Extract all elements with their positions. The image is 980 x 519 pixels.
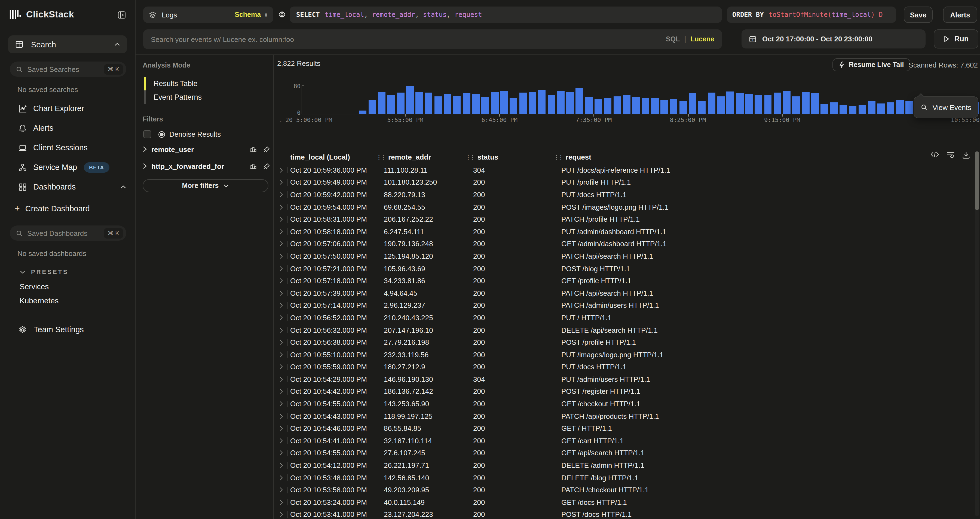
expand-row-chevron-icon[interactable] [279, 216, 290, 223]
histogram-bar[interactable] [727, 91, 734, 114]
sidebar-item-chart-explorer[interactable]: Chart Explorer [0, 99, 135, 118]
sidebar-item-search[interactable]: Search [8, 35, 127, 53]
table-row[interactable]: Oct 20 10:56:32.000 PM207.147.196.10200D… [279, 324, 980, 336]
column-header-remote_addr[interactable]: ⋮⋮remote_addr [384, 153, 473, 161]
events-histogram[interactable]: 80 0 Oct 20 5:00:00 PM5:55:00 PM6:45:00 … [280, 82, 980, 123]
select-clause-field[interactable]: SELECT time_local, remote_addr, status, … [290, 6, 722, 23]
expand-row-chevron-icon[interactable] [279, 339, 290, 345]
sidebar-item-alerts[interactable]: Alerts [0, 118, 135, 138]
histogram-bar[interactable] [519, 92, 527, 114]
table-row[interactable]: Oct 20 10:58:18.000 PM6.247.54.111200PUT… [279, 226, 980, 238]
expand-row-chevron-icon[interactable] [279, 450, 290, 456]
run-button[interactable]: Run [934, 29, 978, 48]
expand-row-chevron-icon[interactable] [279, 487, 290, 493]
histogram-bar[interactable] [774, 92, 781, 114]
table-row[interactable]: Oct 20 10:54:55.000 PM143.253.65.90200GE… [279, 398, 980, 410]
histogram-bar[interactable] [368, 100, 376, 114]
table-row[interactable]: Oct 20 10:57:06.000 PM190.79.136.248200G… [279, 238, 980, 250]
table-row[interactable]: Oct 20 10:59:36.000 PM111.100.28.11304PU… [279, 164, 980, 176]
histogram-bar[interactable] [529, 92, 536, 114]
analysis-mode-event-patterns[interactable]: Event Patterns [144, 91, 273, 104]
table-row[interactable]: Oct 20 10:54:42.000 PM186.136.72.142200P… [279, 385, 980, 398]
histogram-bar[interactable] [755, 95, 762, 114]
drag-handle-icon[interactable]: ⋮⋮ [376, 154, 385, 160]
histogram-bar[interactable] [792, 96, 800, 114]
table-row[interactable]: Oct 20 10:57:50.000 PM125.194.85.120200P… [279, 250, 980, 262]
histogram-bar[interactable] [378, 92, 385, 114]
histogram-bar[interactable] [623, 95, 630, 114]
histogram-bar[interactable] [397, 92, 404, 114]
expand-row-chevron-icon[interactable] [279, 253, 290, 260]
histogram-bar[interactable] [482, 97, 489, 114]
histogram-bar[interactable] [595, 99, 602, 114]
sidebar-item-dashboards[interactable]: Dashboards [0, 177, 135, 197]
column-header-status[interactable]: ⋮⋮status [473, 153, 561, 161]
expand-row-chevron-icon[interactable] [279, 376, 290, 382]
histogram-bar[interactable] [576, 88, 583, 114]
expand-row-chevron-icon[interactable] [279, 228, 290, 235]
histogram-bar[interactable] [811, 93, 819, 114]
histogram-bar[interactable] [821, 104, 828, 114]
histogram-bar[interactable] [425, 92, 433, 114]
histogram-bar[interactable] [491, 92, 498, 114]
histogram-bar[interactable] [642, 98, 649, 114]
wrap-lines-icon[interactable] [946, 151, 955, 159]
field-pin-icon[interactable] [263, 146, 270, 153]
table-row[interactable]: Oct 20 10:56:52.000 PM210.240.43.225200P… [279, 312, 980, 324]
table-row[interactable]: Oct 20 10:55:10.000 PM232.33.119.56200PU… [279, 349, 980, 361]
histogram-bar[interactable] [651, 98, 659, 114]
code-view-icon[interactable] [931, 151, 939, 159]
preset-item-kubernetes[interactable]: Kubernetes [0, 293, 135, 308]
alerts-button[interactable]: Alerts [943, 6, 977, 23]
expand-row-chevron-icon[interactable] [279, 462, 290, 469]
table-row[interactable]: Oct 20 10:59:54.000 PM69.68.254.55200POS… [279, 201, 980, 213]
histogram-bar[interactable] [434, 96, 442, 114]
histogram-bar[interactable] [613, 96, 621, 114]
expand-row-chevron-icon[interactable] [279, 277, 290, 284]
source-settings-gear-icon[interactable] [278, 10, 286, 19]
table-row[interactable]: Oct 20 10:54:43.000 PM118.99.197.125200P… [279, 410, 980, 422]
histogram-bar[interactable] [453, 96, 461, 114]
scrollbar-thumb[interactable] [975, 151, 979, 210]
expand-row-chevron-icon[interactable] [279, 265, 290, 272]
histogram-bar[interactable] [905, 102, 913, 114]
histogram-bar[interactable] [632, 97, 640, 114]
expand-row-chevron-icon[interactable] [279, 179, 290, 186]
table-row[interactable]: Oct 20 10:57:39.000 PM4.94.64.45200PATCH… [279, 287, 980, 299]
table-row[interactable]: Oct 20 10:57:21.000 PM105.96.43.69200POS… [279, 263, 980, 275]
histogram-bar[interactable] [717, 96, 725, 114]
histogram-bar[interactable] [745, 94, 753, 114]
table-row[interactable]: Oct 20 10:54:46.000 PM86.55.84.85200GET … [279, 422, 980, 435]
histogram-bar[interactable] [547, 95, 555, 114]
expand-row-chevron-icon[interactable] [279, 511, 290, 518]
expand-row-chevron-icon[interactable] [279, 388, 290, 395]
download-icon[interactable] [962, 151, 970, 159]
histogram-bar[interactable] [679, 101, 687, 114]
schema-mode-label[interactable]: Schema [235, 11, 261, 19]
table-row[interactable]: Oct 20 10:58:31.000 PM206.167.252.22200P… [279, 213, 980, 226]
denoise-checkbox[interactable] [143, 130, 151, 139]
table-row[interactable]: Oct 20 10:54:29.000 PM146.96.190.130304P… [279, 373, 980, 385]
table-row[interactable]: Oct 20 10:54:41.000 PM32.187.110.114200G… [279, 435, 980, 447]
histogram-bar[interactable] [585, 97, 593, 114]
denoise-results-toggle[interactable]: Denoise Results [143, 130, 273, 139]
expand-row-chevron-icon[interactable] [279, 167, 290, 174]
histogram-bar[interactable] [698, 101, 706, 114]
histogram-bar[interactable] [500, 91, 508, 114]
expand-row-chevron-icon[interactable] [279, 351, 290, 358]
column-header-request[interactable]: ⋮⋮request [561, 153, 964, 161]
expand-row-chevron-icon[interactable] [279, 474, 290, 481]
collapse-sidebar-icon[interactable] [117, 10, 126, 19]
saved-searches-input[interactable] [27, 65, 104, 73]
table-row[interactable]: Oct 20 10:55:59.000 PM180.27.212.9200PUT… [279, 361, 980, 373]
histogram-bar[interactable] [416, 92, 423, 114]
presets-header[interactable]: PRESETS [20, 269, 135, 275]
lucene-toggle[interactable]: Lucene [690, 35, 714, 43]
expand-row-chevron-icon[interactable] [279, 327, 290, 333]
histogram-bar[interactable] [830, 102, 838, 114]
histogram-bar[interactable] [849, 106, 857, 114]
histogram-bar[interactable] [858, 105, 866, 114]
histogram-bar[interactable] [463, 93, 470, 114]
histogram-bar[interactable] [387, 95, 395, 114]
source-select[interactable]: Logs Schema ▲▼ [143, 6, 273, 23]
